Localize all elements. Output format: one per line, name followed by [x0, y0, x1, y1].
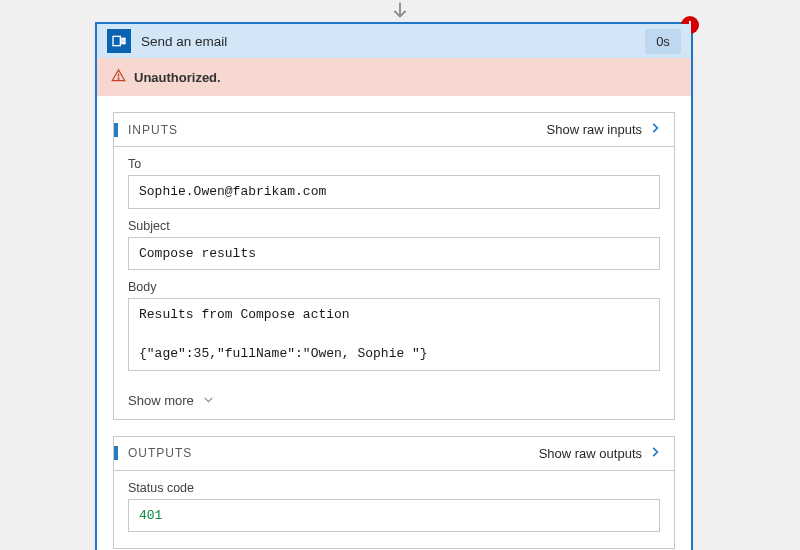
field-subject: Subject Compose results: [128, 219, 660, 271]
inputs-header: INPUTS Show raw inputs: [114, 113, 674, 147]
svg-point-4: [118, 78, 119, 79]
action-title: Send an email: [141, 34, 645, 49]
field-status-code: Status code 401: [128, 481, 660, 533]
error-banner: Unauthorized.: [97, 58, 691, 96]
field-value-status-code[interactable]: 401: [128, 499, 660, 533]
action-duration: 0s: [645, 29, 681, 54]
field-body: Body Results from Compose action {"age":…: [128, 280, 660, 371]
field-label-subject: Subject: [128, 219, 660, 233]
chevron-down-icon: [202, 393, 215, 409]
action-body: INPUTS Show raw inputs To Sophie.Owen@fa…: [97, 96, 691, 550]
inputs-section: INPUTS Show raw inputs To Sophie.Owen@fa…: [113, 112, 675, 420]
field-label-body: Body: [128, 280, 660, 294]
show-raw-outputs-link[interactable]: Show raw outputs: [539, 445, 662, 462]
outputs-section: OUTPUTS Show raw outputs Status code 401: [113, 436, 675, 550]
action-header[interactable]: Send an email 0s: [97, 24, 691, 58]
error-message: Unauthorized.: [134, 70, 221, 85]
field-value-subject[interactable]: Compose results: [128, 237, 660, 271]
outlook-icon: [107, 29, 131, 53]
show-more-button[interactable]: Show more: [114, 387, 674, 419]
show-raw-inputs-link[interactable]: Show raw inputs: [547, 121, 662, 138]
field-label-status-code: Status code: [128, 481, 660, 495]
field-value-to[interactable]: Sophie.Owen@fabrikam.com: [128, 175, 660, 209]
field-to: To Sophie.Owen@fabrikam.com: [128, 157, 660, 209]
chevron-right-icon: [648, 445, 662, 462]
chevron-right-icon: [648, 121, 662, 138]
outputs-label: OUTPUTS: [114, 446, 192, 460]
field-label-to: To: [128, 157, 660, 171]
field-value-body[interactable]: Results from Compose action {"age":35,"f…: [128, 298, 660, 371]
warning-icon: [111, 68, 126, 86]
inputs-label: INPUTS: [114, 123, 178, 137]
action-card: ! Send an email 0s Unauthorized.: [95, 22, 693, 550]
svg-rect-1: [114, 37, 120, 45]
outputs-header: OUTPUTS Show raw outputs: [114, 437, 674, 471]
